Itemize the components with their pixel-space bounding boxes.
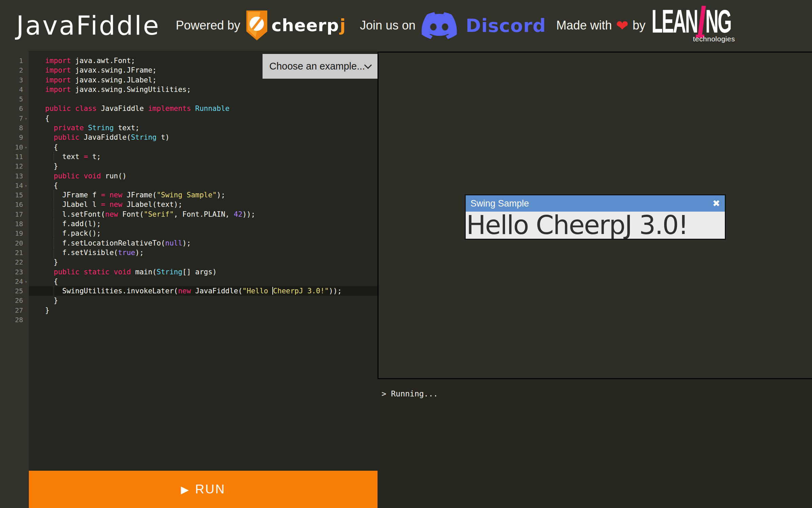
discord-icon[interactable] <box>422 12 457 39</box>
gutter-row: 16 <box>0 200 29 209</box>
code-line[interactable]: } <box>29 296 378 305</box>
console-output: > Running... <box>382 389 812 398</box>
gutter-row: 11 <box>0 152 29 161</box>
code-line[interactable]: f.setVisible(true); <box>29 248 378 257</box>
fold-spacer <box>23 315 29 325</box>
line-number: 19 <box>0 229 23 238</box>
leaning-technologies-logo[interactable]: LEANNG technologies <box>652 9 735 42</box>
code-line[interactable]: { <box>29 142 378 152</box>
gutter-row: 12 <box>0 161 29 171</box>
fold-arrow-icon[interactable]: ▾ <box>23 142 29 152</box>
code-line[interactable]: public void run() <box>29 171 378 181</box>
code-area[interactable]: import java.awt.Font;import javax.swing.… <box>29 51 378 471</box>
gutter-row: 26 <box>0 296 29 305</box>
gutter-row: 14▾ <box>0 181 29 190</box>
code-line[interactable]: JLabel l = new JLabel(text); <box>29 200 378 209</box>
gutter-row: 17 <box>0 210 29 219</box>
heart-icon: ❤ <box>616 17 629 34</box>
line-number: 23 <box>0 267 23 277</box>
line-number: 22 <box>0 257 23 267</box>
console: > Running... <box>378 379 812 508</box>
by-label: by <box>633 18 645 33</box>
example-select-label: Choose an example... <box>269 61 365 72</box>
gutter-row: 3 <box>0 75 29 85</box>
code-line[interactable]: { <box>29 114 378 123</box>
chevron-down-icon <box>364 61 372 69</box>
fold-spacer <box>23 171 29 181</box>
cheerp-wordmark: cheerp <box>271 16 339 35</box>
code-line[interactable]: text = t; <box>29 152 378 161</box>
fold-spacer <box>23 152 29 161</box>
code-line[interactable]: f.setLocationRelativeTo(null); <box>29 238 378 248</box>
fold-spacer <box>23 56 29 65</box>
fold-spacer <box>23 257 29 267</box>
code-line[interactable] <box>29 315 378 325</box>
gutter-row: 19 <box>0 229 29 238</box>
play-icon: ▶ <box>181 484 190 495</box>
line-number: 26 <box>0 296 23 305</box>
line-number: 17 <box>0 210 23 219</box>
gutter-row: 21 <box>0 248 29 257</box>
code-line[interactable]: { <box>29 181 378 190</box>
line-number: 4 <box>0 85 23 94</box>
fold-arrow-icon[interactable]: ▾ <box>23 277 29 286</box>
code-line[interactable]: public JavaFiddle(String t) <box>29 133 378 142</box>
run-button[interactable]: ▶ RUN <box>29 471 378 508</box>
code-line[interactable]: f.add(l); <box>29 219 378 229</box>
line-number: 25 <box>0 286 23 296</box>
swing-window-titlebar[interactable]: Swing Sample ✖ <box>466 195 725 212</box>
fold-arrow-icon[interactable]: ▾ <box>23 114 29 123</box>
fold-spacer <box>23 190 29 200</box>
gutter-row: 27 <box>0 306 29 315</box>
code-line[interactable]: public static void main(String[] args) <box>29 267 378 277</box>
line-number: 11 <box>0 152 23 161</box>
example-select[interactable]: Choose an example... <box>263 54 378 79</box>
code-line[interactable] <box>29 94 378 104</box>
fold-spacer <box>23 267 29 277</box>
code-line[interactable]: } <box>29 257 378 267</box>
gutter-row: 15 <box>0 190 29 200</box>
gutter-row: 8 <box>0 123 29 133</box>
cheerp-j-letter: j <box>340 16 346 35</box>
fold-spacer <box>23 75 29 85</box>
fold-spacer <box>23 296 29 305</box>
line-number: 28 <box>0 315 23 325</box>
line-number: 10 <box>0 142 23 152</box>
leaning-wordmark: LEANNG <box>652 5 731 38</box>
line-number: 21 <box>0 248 23 257</box>
gutter-row: 9 <box>0 133 29 142</box>
gutter-row: 13 <box>0 171 29 181</box>
code-line[interactable]: } <box>29 306 378 315</box>
fold-spacer <box>23 306 29 315</box>
line-number: 5 <box>0 94 23 104</box>
technologies-label: technologies <box>693 35 735 43</box>
line-number: 7 <box>0 114 23 123</box>
join-us-label: Join us on <box>360 18 415 33</box>
line-number: 8 <box>0 123 23 133</box>
code-line[interactable]: JFrame f = new JFrame("Swing Sample"); <box>29 190 378 200</box>
gutter-row: 20 <box>0 238 29 248</box>
fold-spacer <box>23 200 29 209</box>
discord-wordmark[interactable]: Discord <box>466 15 546 36</box>
fold-spacer <box>23 94 29 104</box>
close-icon[interactable]: ✖ <box>712 199 720 208</box>
fold-spacer <box>23 123 29 133</box>
line-number: 2 <box>0 65 23 75</box>
gutter-row: 5 <box>0 94 29 104</box>
code-line[interactable]: l.setFont(new Font("Serif", Font.PLAIN, … <box>29 210 378 219</box>
line-number: 13 <box>0 171 23 181</box>
line-number: 16 <box>0 200 23 209</box>
code-line[interactable]: private String text; <box>29 123 378 133</box>
gutter-row: 6 <box>0 104 29 113</box>
code-line[interactable]: f.pack(); <box>29 229 378 238</box>
fold-spacer <box>23 238 29 248</box>
code-line[interactable]: public class JavaFiddle implements Runna… <box>29 104 378 113</box>
line-number: 24 <box>0 277 23 286</box>
cheerpj-logo[interactable]: cheerp j <box>246 11 346 40</box>
fold-arrow-icon[interactable]: ▾ <box>23 181 29 190</box>
code-line[interactable]: import javax.swing.SwingUtilities; <box>29 85 378 94</box>
code-line[interactable]: { <box>29 277 378 286</box>
code-line[interactable]: SwingUtilities.invokeLater(new JavaFiddl… <box>29 286 378 296</box>
swing-window[interactable]: Swing Sample ✖ Hello CheerpJ 3.0! <box>465 194 726 240</box>
code-line[interactable]: } <box>29 161 378 171</box>
